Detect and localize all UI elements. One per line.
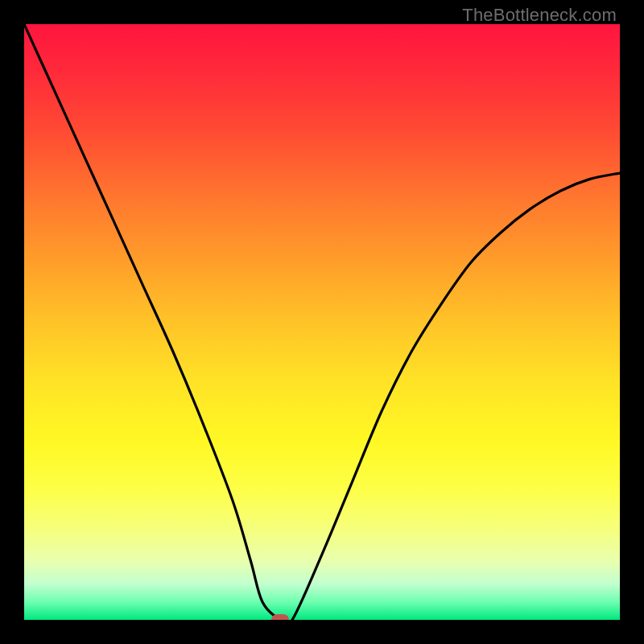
bottleneck-curve (24, 24, 620, 620)
optimal-marker (271, 614, 289, 620)
watermark-text: TheBottleneck.com (462, 5, 617, 26)
chart-plot-area (24, 24, 620, 620)
